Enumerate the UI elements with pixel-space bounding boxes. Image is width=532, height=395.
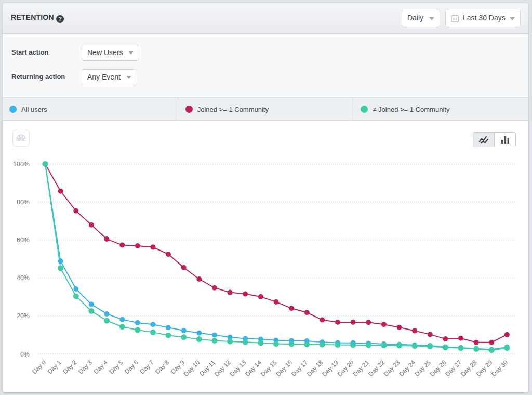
svg-text:Day 17: Day 17 <box>290 359 309 378</box>
svg-text:Day 23: Day 23 <box>382 359 402 378</box>
svg-text:Day 7: Day 7 <box>138 359 155 375</box>
svg-text:Day 6: Day 6 <box>123 359 140 375</box>
svg-text:Day 22: Day 22 <box>367 359 386 378</box>
svg-text:Day 28: Day 28 <box>459 359 478 378</box>
svg-text:Day 13: Day 13 <box>229 359 248 378</box>
svg-text:Day 8: Day 8 <box>154 359 170 375</box>
svg-text:Day 21: Day 21 <box>352 359 371 378</box>
svg-text:Day 25: Day 25 <box>413 359 432 378</box>
svg-text:0%: 0% <box>20 351 30 358</box>
svg-text:Day 3: Day 3 <box>77 359 94 375</box>
svg-text:20%: 20% <box>17 312 30 320</box>
svg-text:Day 12: Day 12 <box>213 359 232 378</box>
svg-text:Day 14: Day 14 <box>244 359 263 378</box>
svg-text:Day 4: Day 4 <box>92 359 109 375</box>
svg-text:Day 18: Day 18 <box>305 359 325 378</box>
svg-text:Day 10: Day 10 <box>182 359 202 378</box>
svg-text:Day 5: Day 5 <box>108 359 124 375</box>
svg-text:Day 29: Day 29 <box>475 359 494 378</box>
svg-text:100%: 100% <box>13 161 30 168</box>
svg-text:Day 30: Day 30 <box>490 359 509 378</box>
svg-text:Day 26: Day 26 <box>429 359 448 378</box>
svg-text:Day 20: Day 20 <box>336 359 355 378</box>
svg-text:40%: 40% <box>17 274 30 282</box>
svg-text:Day 11: Day 11 <box>198 359 217 377</box>
svg-text:Day 16: Day 16 <box>274 359 294 378</box>
svg-text:Day 19: Day 19 <box>321 359 340 378</box>
svg-text:Day 0: Day 0 <box>31 359 47 375</box>
svg-text:Day 2: Day 2 <box>61 359 78 375</box>
svg-text:Day 27: Day 27 <box>444 359 463 378</box>
svg-text:Day 1: Day 1 <box>46 359 63 375</box>
svg-text:Day 24: Day 24 <box>397 359 417 378</box>
svg-text:60%: 60% <box>17 236 30 244</box>
svg-text:Day 15: Day 15 <box>259 359 278 378</box>
svg-text:80%: 80% <box>17 199 30 206</box>
